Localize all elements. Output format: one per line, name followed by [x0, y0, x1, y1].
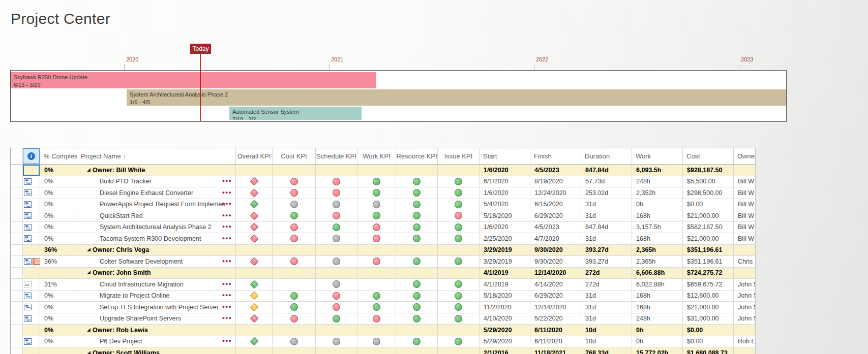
cell-work_kpi	[357, 336, 396, 347]
column-header-cost[interactable]: Cost	[683, 148, 734, 164]
cell-cost: $724,275.72	[683, 268, 734, 279]
column-header-label: Finish	[534, 152, 552, 160]
column-header-work[interactable]: Work	[632, 148, 683, 164]
cell-value-duration: 31d	[585, 315, 596, 322]
cell-work: 168h	[632, 291, 683, 302]
cell-pct: 36%	[40, 245, 77, 256]
cell-issue_kpi	[438, 165, 480, 176]
row-menu-icon[interactable]: ●●●	[222, 213, 232, 218]
column-header-issue_kpi[interactable]: Issue KPI	[438, 148, 480, 164]
project-name-link[interactable]: Tacoma System R300 Development	[100, 235, 201, 242]
cell-cost_kpi	[273, 187, 316, 199]
cell-finish: 11/18/2021	[530, 347, 581, 354]
cell-owner: John S	[734, 302, 756, 313]
row-menu-icon[interactable]: ●●●	[222, 315, 232, 320]
work_kpi-gray-indicator-icon	[373, 338, 380, 345]
column-header-overall[interactable]: Overall KPI	[236, 148, 273, 164]
cell-finish: 12/14/2020	[530, 302, 581, 313]
column-header-label: Duration	[585, 152, 610, 160]
column-header-label: % Complete	[44, 152, 77, 160]
cell-cost_kpi	[273, 245, 316, 256]
cell-work_kpi	[357, 268, 396, 279]
row-menu-icon[interactable]: ●●●	[222, 178, 232, 183]
cell-pct: 31%	[40, 279, 77, 290]
project-indicator-icon[interactable]	[24, 235, 32, 242]
project-name-link[interactable]: P6 Dev Project	[100, 338, 142, 345]
column-header-label: Work KPI	[363, 152, 391, 160]
cell-value-work: 6,022.88h	[636, 281, 665, 288]
project-name-link[interactable]: Colter Software Development	[100, 258, 183, 265]
project-name-link[interactable]: Upgrade SharePoint Servers	[100, 315, 181, 322]
info-icon[interactable]: i	[27, 152, 35, 160]
row-menu-icon[interactable]: ●●●	[222, 236, 232, 241]
cell-owner	[734, 245, 756, 256]
group-row[interactable]: 0%Owner: Bill White1/6/20204/5/2023847.8…	[11, 165, 756, 176]
project-name-link[interactable]: Migrate to Project Online	[100, 292, 170, 299]
cell-cost: $12,600.00	[683, 291, 734, 302]
project-indicator-icon[interactable]	[24, 304, 32, 310]
project-indicator-icon[interactable]	[24, 212, 32, 219]
issue_kpi-green-indicator-icon	[455, 280, 462, 288]
row-menu-icon[interactable]: ●●●	[222, 338, 232, 343]
group-collapse-icon[interactable]	[87, 271, 91, 274]
group-collapse-icon[interactable]	[87, 248, 91, 251]
gantt-bar[interactable]: System Architectureal Analysis Phase 21/…	[127, 89, 786, 106]
cell-owner: Bill W	[734, 222, 756, 233]
overall-red-indicator-icon	[250, 211, 258, 220]
group-row[interactable]: Owner: Scott Williams2/1/201611/18/20217…	[11, 347, 756, 354]
row-menu-icon[interactable]: ●●●	[222, 190, 232, 195]
project-indicator-icon[interactable]	[24, 189, 32, 196]
group-collapse-icon[interactable]	[87, 328, 91, 332]
cell-pct: 0%	[40, 325, 77, 336]
column-header-rowhdr[interactable]	[11, 148, 23, 164]
work_kpi-red-indicator-icon	[373, 235, 380, 242]
issue_kpi-green-indicator-icon	[455, 235, 462, 242]
project-indicator-icon[interactable]	[24, 258, 32, 265]
row-menu-icon[interactable]: ●●●	[222, 224, 232, 229]
project-indicator-icon[interactable]	[24, 315, 32, 322]
project-name-link[interactable]: Cloud Infrastructure Migration	[100, 281, 184, 288]
project-name-link[interactable]: Set up TFS Integration with Project Serv…	[100, 304, 219, 311]
row-menu-icon[interactable]: ●●●	[222, 281, 232, 286]
row-menu-icon[interactable]: ●●●	[222, 304, 232, 309]
project-indicator-icon[interactable]	[24, 201, 32, 208]
row-menu-icon[interactable]: ●●●	[222, 293, 232, 298]
group-row[interactable]: Owner: John Smith4/1/201912/14/2020272d6…	[11, 268, 756, 279]
column-header-start[interactable]: Start	[480, 148, 530, 164]
column-header-owner[interactable]: Owner	[734, 148, 756, 164]
column-header-name[interactable]: Project Name↑	[77, 148, 236, 164]
overall-red-indicator-icon	[250, 234, 258, 243]
cell-name: Owner: Bill White	[77, 165, 236, 176]
gantt-bar[interactable]: Automated Sensor System7/10 - 3/2	[229, 107, 362, 120]
percent-complete-value: 0%	[44, 201, 53, 208]
column-header-work_kpi[interactable]: Work KPI	[357, 148, 396, 164]
cell-cost: $351,196.61	[683, 245, 734, 256]
cell-work: 248h	[632, 313, 683, 325]
column-header-schedule_kpi[interactable]: Schedule KPI	[316, 148, 357, 164]
cell-schedule_kpi	[316, 233, 357, 244]
group-row[interactable]: 36%Owner: Chris Vega3/29/20199/30/202039…	[11, 245, 756, 256]
group-collapse-icon[interactable]	[87, 351, 91, 354]
project-name-link[interactable]: PowerApps Project Request Form Implemen	[100, 201, 225, 208]
row-menu-icon[interactable]: ●●●	[222, 259, 232, 264]
project-indicator-icon[interactable]	[24, 293, 32, 299]
checked-out-icon[interactable]	[24, 281, 32, 287]
project-indicator-icon[interactable]	[24, 224, 32, 231]
row-menu-icon[interactable]: ●●●	[222, 201, 232, 206]
project-name-link[interactable]: Diesel Engine Exhaust Converter	[100, 189, 193, 197]
column-header-pct[interactable]: % Complete	[40, 148, 77, 164]
group-collapse-icon[interactable]	[87, 168, 91, 172]
gantt-bar[interactable]: Skyhawk R250 Drone Update6/13 - 3/29	[11, 72, 376, 88]
project-name-link[interactable]: QuickStart Red	[100, 212, 143, 219]
project-name-link[interactable]: Build PTO Tracker	[100, 178, 152, 185]
project-name-link[interactable]: System Architectureal Analysis Phase 2	[100, 223, 212, 231]
column-header-duration[interactable]: Duration	[581, 148, 632, 164]
column-header-resource_kpi[interactable]: Resource KPI	[396, 148, 438, 164]
column-header-info[interactable]: i	[23, 148, 40, 164]
group-row[interactable]: 0%Owner: Rob Lewis5/29/20206/11/202010d0…	[11, 325, 756, 336]
project-indicator-icon[interactable]	[24, 178, 32, 185]
column-header-cost_kpi[interactable]: Cost KPI	[273, 148, 316, 164]
project-indicator-icon[interactable]	[24, 338, 32, 345]
column-header-finish[interactable]: Finish	[530, 148, 581, 164]
issues-list-icon[interactable]	[33, 258, 40, 265]
